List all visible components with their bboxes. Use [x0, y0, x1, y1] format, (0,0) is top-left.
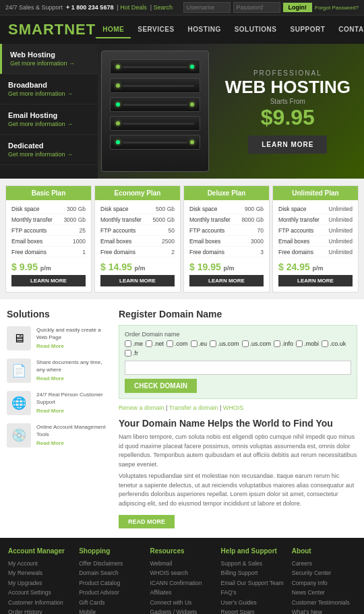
server-light-3: [116, 84, 120, 88]
tld-checkbox[interactable]: [191, 340, 198, 347]
footer-link[interactable]: Product Advisor: [79, 588, 143, 597]
footer-link[interactable]: Email Our Support Team: [221, 578, 285, 588]
footer-link[interactable]: Domain Search: [79, 568, 143, 578]
username-input[interactable]: [183, 2, 231, 13]
plan-row-value: 1: [82, 249, 86, 255]
plan-learn-more-button[interactable]: LEARN MORE: [11, 275, 86, 286]
plan-row-label: Email boxes: [189, 238, 220, 245]
tld-checkbox[interactable]: [242, 340, 249, 347]
domain-input[interactable]: [125, 361, 351, 375]
sidebar-dedicated[interactable]: Dedicated Get more information →: [0, 135, 98, 165]
footer-link[interactable]: ICANN Confirmation: [150, 578, 214, 588]
tld-option[interactable]: .net: [146, 340, 164, 347]
nav-hosting[interactable]: HOSTING: [181, 22, 228, 38]
tld-option[interactable]: .eu: [191, 340, 208, 347]
footer-link[interactable]: What's New: [292, 607, 356, 614]
tld-option[interactable]: .info: [274, 340, 293, 347]
footer-link[interactable]: My Account: [8, 559, 72, 568]
learn-more-button[interactable]: LEARN MORE: [248, 135, 327, 154]
plan-row: Free domains1: [11, 249, 86, 257]
footer-link[interactable]: Order History: [8, 607, 72, 614]
sidebar-web-hosting[interactable]: Web Hosting Get more information →: [0, 44, 98, 74]
plan-learn-more-button[interactable]: LEARN MORE: [189, 275, 264, 286]
nav-solutions[interactable]: SOLUTIONS: [228, 22, 284, 38]
footer-link[interactable]: Account Settings: [8, 588, 72, 597]
footer-link[interactable]: Affiliates: [150, 588, 214, 597]
domain-links: Renew a domain | Transfer a domain | WHO…: [119, 404, 357, 411]
password-input[interactable]: [233, 2, 280, 13]
tld-checkbox[interactable]: [210, 340, 216, 347]
solution-read-more-link[interactable]: Read More: [36, 440, 64, 446]
footer-link[interactable]: Security Center: [292, 568, 356, 578]
plan-price: $ 19.95 p/m: [189, 262, 264, 272]
forgot-password-link[interactable]: Forgot Password?: [315, 5, 359, 11]
sidebar-email-hosting[interactable]: Email Hosting Get more information →: [0, 104, 98, 135]
footer-link[interactable]: Customer Testimonials: [292, 598, 356, 607]
tld-label: .net: [154, 340, 164, 347]
hot-deals-link[interactable]: Hot Deals: [120, 4, 147, 11]
footer-link[interactable]: Billing Support: [221, 568, 285, 578]
footer-link[interactable]: Offer Disclaimers: [79, 559, 143, 568]
tld-checkbox[interactable]: [296, 340, 303, 347]
footer-link[interactable]: Customer Information: [8, 598, 72, 607]
footer-link[interactable]: Company Info: [292, 578, 356, 588]
logo-accent: NET: [64, 21, 96, 38]
tld-option[interactable]: .co.uk: [322, 340, 346, 347]
plan-learn-more-button[interactable]: LEARN MORE: [100, 275, 175, 286]
footer-link[interactable]: Webmail: [150, 559, 214, 568]
nav-contacts[interactable]: CONTACTS: [332, 22, 364, 38]
footer-link[interactable]: Gift Cards: [79, 598, 143, 607]
plan-basic-plan: Basic PlanDisk space300 GbMonthly transf…: [5, 185, 92, 293]
footer-link[interactable]: Gadgets / Widgets: [150, 607, 214, 614]
footer-column: ShoppingOffer DisclaimersDomain SearchPr…: [79, 547, 143, 614]
renew-domain-link[interactable]: Renew a domain: [119, 404, 164, 411]
nav-services[interactable]: SERVICES: [131, 22, 181, 38]
tld-label: .fr: [133, 350, 138, 357]
footer-link[interactable]: Mobile: [79, 607, 143, 614]
tld-option[interactable]: .fr: [125, 350, 138, 357]
plan-deluxe-plan: Deluxe PlanDisk space900 GbMonthly trans…: [183, 185, 270, 293]
transfer-domain-link[interactable]: Transfer a domain: [169, 404, 218, 411]
footer: Account ManagerMy AccountMy RenewalsMy U…: [0, 538, 364, 614]
read-more-button[interactable]: READ MORE: [119, 515, 175, 528]
footer-link[interactable]: My Upgrades: [8, 578, 72, 588]
tld-checkbox[interactable]: [125, 350, 131, 357]
sidebar-broadband[interactable]: Broadband Get more information →: [0, 74, 98, 104]
tld-option[interactable]: .us.com: [242, 340, 272, 347]
solution-read-more-link[interactable]: Read More: [36, 343, 64, 349]
tld-checkbox[interactable]: [125, 340, 131, 347]
nav-support[interactable]: SUPPORT: [284, 22, 332, 38]
tld-option[interactable]: .mobi: [296, 340, 319, 347]
plan-row-label: Free domains: [189, 249, 224, 255]
footer-link[interactable]: FAQ's: [221, 588, 285, 597]
whois-link[interactable]: WHOIS: [223, 404, 244, 411]
tld-checkbox[interactable]: [274, 340, 280, 347]
server-light-1: [116, 65, 120, 69]
tld-option[interactable]: .me: [125, 340, 143, 347]
tld-checkbox[interactable]: [322, 340, 328, 347]
solution-read-more-link[interactable]: Read More: [36, 408, 64, 414]
solution-read-more-link[interactable]: Read More: [36, 375, 64, 381]
tld-checkbox[interactable]: [166, 340, 173, 347]
tld-option[interactable]: .us.com: [210, 340, 239, 347]
footer-link[interactable]: Support & Sales: [221, 559, 285, 568]
footer-column: Account ManagerMy AccountMy RenewalsMy U…: [8, 547, 72, 614]
footer-link[interactable]: User's Guides: [221, 598, 285, 607]
footer-link[interactable]: Careers: [292, 559, 356, 568]
plan-learn-more-button[interactable]: LEARN MORE: [278, 275, 353, 286]
search-link[interactable]: Search: [154, 4, 173, 11]
footer-link[interactable]: Connect with Us: [150, 598, 214, 607]
footer-link[interactable]: Product Catalog: [79, 578, 143, 588]
footer-link[interactable]: Report Spam: [221, 607, 285, 614]
domain-box: Order Domain name .me .net .com .eu .us.…: [119, 325, 357, 399]
plan-row-label: Monthly transfer: [278, 216, 320, 223]
footer-link[interactable]: My Renewals: [8, 568, 72, 578]
footer-link[interactable]: News Center: [292, 588, 356, 597]
login-button[interactable]: Login!: [283, 3, 313, 12]
tld-option[interactable]: .com: [166, 340, 188, 347]
tld-checkbox[interactable]: [146, 340, 152, 347]
footer-link[interactable]: WHOIS search: [150, 568, 214, 578]
nav-home[interactable]: HOME: [96, 22, 131, 38]
plan-row: Email boxesUnlimited: [278, 238, 353, 247]
check-domain-button[interactable]: CHECK DOMAIN: [125, 379, 197, 393]
